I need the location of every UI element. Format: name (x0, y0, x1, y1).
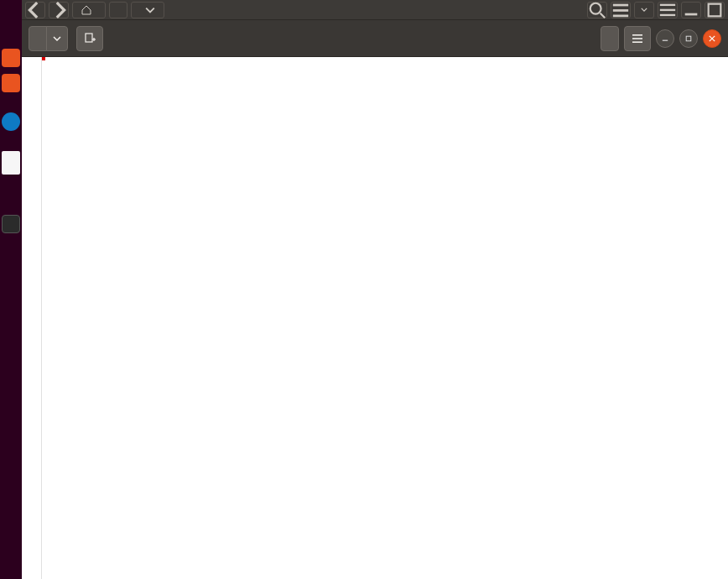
view-list-button[interactable] (611, 2, 631, 18)
search-button[interactable] (587, 2, 607, 18)
minimize-icon (682, 1, 700, 19)
dock-app-icon[interactable] (2, 151, 20, 175)
chevron-down-icon (641, 8, 647, 12)
svg-rect-6 (660, 8, 675, 10)
svg-rect-2 (613, 3, 628, 6)
open-button[interactable] (29, 26, 47, 51)
new-document-icon (84, 33, 96, 44)
maximize-icon (685, 35, 692, 42)
save-button[interactable] (601, 26, 619, 51)
svg-rect-15 (632, 41, 642, 43)
list-icon (611, 1, 630, 19)
line-number-gutter (22, 57, 42, 579)
svg-rect-5 (660, 3, 675, 5)
svg-line-1 (601, 13, 606, 17)
svg-rect-16 (663, 39, 668, 40)
gedit-window (22, 0, 728, 579)
path-bar (22, 0, 728, 20)
dock-app-icon[interactable] (2, 112, 20, 131)
hamburger-menu-button[interactable] (624, 26, 651, 51)
breadcrumb-home[interactable] (72, 2, 106, 18)
breadcrumb-item[interactable] (109, 2, 127, 18)
hamburger-icon (632, 33, 643, 44)
dock-app-icon[interactable] (2, 74, 20, 92)
svg-rect-8 (685, 13, 698, 15)
svg-point-0 (590, 3, 601, 13)
minimize-icon (662, 35, 668, 42)
highlight-rectangle (42, 57, 45, 60)
close-icon (709, 35, 715, 42)
svg-rect-7 (660, 13, 675, 15)
svg-rect-9 (709, 3, 721, 16)
header-bar (22, 20, 728, 57)
open-recent-button[interactable] (46, 26, 68, 51)
search-icon (588, 1, 606, 19)
chevron-down-icon (145, 5, 155, 15)
nav-back-button[interactable] (25, 2, 45, 18)
nav-forward-button[interactable] (49, 2, 69, 18)
svg-rect-14 (632, 38, 642, 39)
new-tab-button[interactable] (76, 26, 103, 51)
svg-rect-13 (632, 34, 642, 36)
svg-rect-3 (613, 9, 628, 12)
home-icon (81, 5, 91, 15)
dock-app-icon[interactable] (2, 215, 20, 233)
hamburger-button[interactable] (658, 2, 678, 18)
dock-app-icon[interactable] (2, 49, 20, 67)
ubuntu-dock (0, 0, 22, 579)
svg-rect-17 (686, 36, 691, 41)
maximize-button[interactable] (705, 2, 725, 18)
window-close-button[interactable] (703, 29, 721, 48)
window-maximize-button[interactable] (679, 29, 698, 48)
chevron-down-icon (53, 36, 61, 41)
window-minimize-button[interactable] (656, 29, 674, 48)
view-dropdown-button[interactable] (634, 2, 654, 18)
minimize-button[interactable] (681, 2, 701, 18)
code-content[interactable] (42, 57, 728, 579)
maximize-icon (705, 1, 724, 19)
breadcrumb-item-current[interactable] (131, 2, 164, 18)
svg-rect-10 (86, 34, 92, 42)
svg-rect-4 (613, 14, 628, 17)
hamburger-icon (658, 1, 677, 19)
editor-area[interactable] (22, 57, 728, 579)
